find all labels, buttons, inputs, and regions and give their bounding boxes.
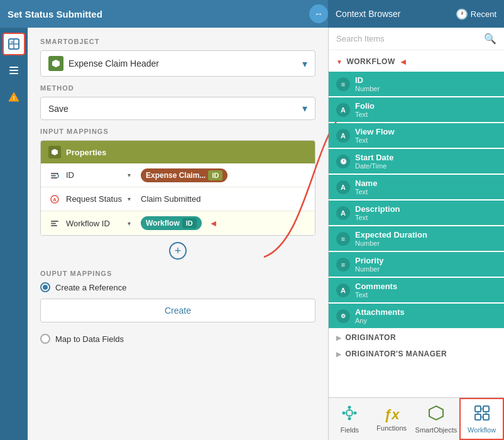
item-expected-duration-type: Number <box>355 239 496 247</box>
search-icon: 🔍 <box>484 33 496 45</box>
add-button[interactable]: + <box>40 242 315 260</box>
smartobject-dropdown[interactable]: Expense Claim Header ▾ <box>40 50 315 77</box>
sidebar-icon-cube[interactable] <box>3 33 25 55</box>
context-item-comments[interactable]: A Comments Text <box>329 278 504 302</box>
context-item-folio[interactable]: A Folio Text <box>329 97 504 122</box>
svg-rect-13 <box>51 221 58 222</box>
nav-functions-label: Functions <box>376 424 407 432</box>
method-chevron: ▾ <box>302 102 307 114</box>
context-item-name[interactable]: A Name Text <box>329 175 504 199</box>
method-dropdown[interactable]: Save ▾ <box>40 97 315 120</box>
svg-rect-3 <box>9 70 18 71</box>
bottom-nav: Fields ƒx Functions SmartObjects <box>329 397 504 440</box>
search-area: 🔍 <box>329 28 504 50</box>
svg-rect-30 <box>483 414 489 420</box>
item-name-name: Name <box>355 179 496 188</box>
svg-rect-1 <box>11 41 13 43</box>
workflow-id-icon <box>48 217 61 229</box>
nav-fields-label: Fields <box>341 426 359 434</box>
smartobject-section-label: SMARTOBJECT <box>40 38 315 45</box>
originator-section-header[interactable]: ▶ ORIGINATOR <box>329 329 504 346</box>
create-button[interactable]: Create <box>40 299 315 322</box>
nav-smartobjects-label: SmartObjects <box>415 426 457 434</box>
item-description-name: Description <box>355 204 496 214</box>
originators-manager-expand-arrow: ▶ <box>336 351 342 358</box>
nav-fields[interactable]: Fields <box>329 398 371 440</box>
svg-rect-29 <box>475 414 481 420</box>
output-mappings-label: OUPUT MAPPINGS <box>40 270 315 277</box>
svg-rect-8 <box>51 173 58 174</box>
attachments-type-icon: ⚙ <box>336 309 350 323</box>
workflow-nav-icon <box>474 405 490 425</box>
svg-text:!: ! <box>13 95 15 101</box>
search-input[interactable] <box>336 34 479 43</box>
mapping-row-request-status: A Request Status ▾ Claim Submitted <box>41 187 315 211</box>
create-reference-radio[interactable] <box>40 282 50 292</box>
item-folio-name: Folio <box>355 101 496 111</box>
svg-marker-26 <box>429 406 443 420</box>
item-comments-type: Text <box>355 291 496 299</box>
priority-type-icon: ≡ <box>336 258 350 272</box>
properties-header: Properties <box>41 141 315 163</box>
header-title: Set Status Submitted <box>8 9 102 19</box>
context-item-expected-duration[interactable]: ≡ Expected Duration Number <box>329 226 504 251</box>
svg-rect-2 <box>9 67 18 68</box>
workflow-section-header[interactable]: ▼ WORKFLOW ◄ <box>329 53 504 70</box>
svg-point-18 <box>348 405 351 409</box>
request-status-dropdown[interactable]: ▾ <box>128 195 131 202</box>
svg-rect-27 <box>475 406 481 412</box>
nav-workflow[interactable]: Workflow <box>459 398 504 440</box>
item-viewflow-type: Text <box>355 136 496 144</box>
item-startdate-name: Start Date <box>355 153 496 162</box>
description-type-icon: A <box>336 206 350 220</box>
id-row-label: ID <box>66 170 123 180</box>
comments-type-icon: A <box>336 283 350 297</box>
request-status-icon: A <box>48 193 61 206</box>
sidebar-icon-warning[interactable]: ! <box>3 85 25 108</box>
id-dropdown[interactable]: ▾ <box>128 172 131 179</box>
context-item-id[interactable]: ≡ ID Number <box>329 72 504 96</box>
request-status-value: Claim Submitted <box>141 194 200 204</box>
item-description-type: Text <box>355 214 496 221</box>
item-attachments-name: Attachments <box>355 307 496 317</box>
viewflow-type-icon: A <box>336 129 350 143</box>
context-item-startdate[interactable]: 🕐 Start Date Date/Time <box>329 149 504 173</box>
item-folio-type: Text <box>355 111 496 118</box>
mapping-row-workflow-id: Workflow ID ▾ Workflow ID ◄ <box>41 211 315 235</box>
map-to-data-fields-radio[interactable] <box>40 334 50 344</box>
originators-manager-section-label: ORIGINATOR'S MANAGER <box>346 349 447 358</box>
context-browser-label: Context Browser <box>336 9 400 19</box>
nav-smartobjects[interactable]: SmartObjects <box>413 398 460 440</box>
sync-button[interactable]: ↔ <box>309 4 328 23</box>
context-item-priority[interactable]: ≡ Priority Number <box>329 252 504 277</box>
expected-duration-type-icon: ≡ <box>336 232 350 246</box>
workflow-expand-arrow: ▼ <box>336 58 342 65</box>
sidebar-icon-list[interactable] <box>3 59 25 82</box>
originators-manager-section-header[interactable]: ▶ ORIGINATOR'S MANAGER <box>329 346 504 362</box>
context-item-viewflow[interactable]: A View Flow Text <box>329 123 504 148</box>
smartobject-chevron: ▾ <box>302 58 307 70</box>
create-reference-row: Create a Reference <box>40 282 315 292</box>
item-attachments-type: Any <box>355 317 496 324</box>
context-item-attachments[interactable]: ⚙ Attachments Any <box>329 304 504 328</box>
svg-point-21 <box>354 411 357 414</box>
svg-text:A: A <box>53 197 57 202</box>
workflow-section-label: WORKFLOW <box>346 57 395 66</box>
nav-functions[interactable]: ƒx Functions <box>371 398 413 440</box>
svg-rect-10 <box>51 177 57 179</box>
svg-point-20 <box>342 411 346 414</box>
mapping-row-id: ID ▾ Expense Claim... ID <box>41 163 315 187</box>
id-row-icon <box>48 169 61 182</box>
workflow-id-dropdown[interactable]: ▾ <box>128 220 131 227</box>
add-circle-icon: + <box>169 242 187 260</box>
startdate-type-icon: 🕐 <box>336 155 350 168</box>
method-section-label: METHOD <box>40 84 315 92</box>
recent-button[interactable]: 🕐 Recent <box>456 8 496 20</box>
svg-rect-9 <box>51 175 56 176</box>
svg-rect-15 <box>51 225 57 226</box>
svg-marker-6 <box>52 60 60 67</box>
item-comments-name: Comments <box>355 282 496 291</box>
context-item-description[interactable]: A Description Text <box>329 201 504 225</box>
context-browser-panel: 🔍 ▼ WORKFLOW ◄ ≡ ID Number A Folio <box>328 28 504 440</box>
svg-marker-7 <box>52 149 58 155</box>
